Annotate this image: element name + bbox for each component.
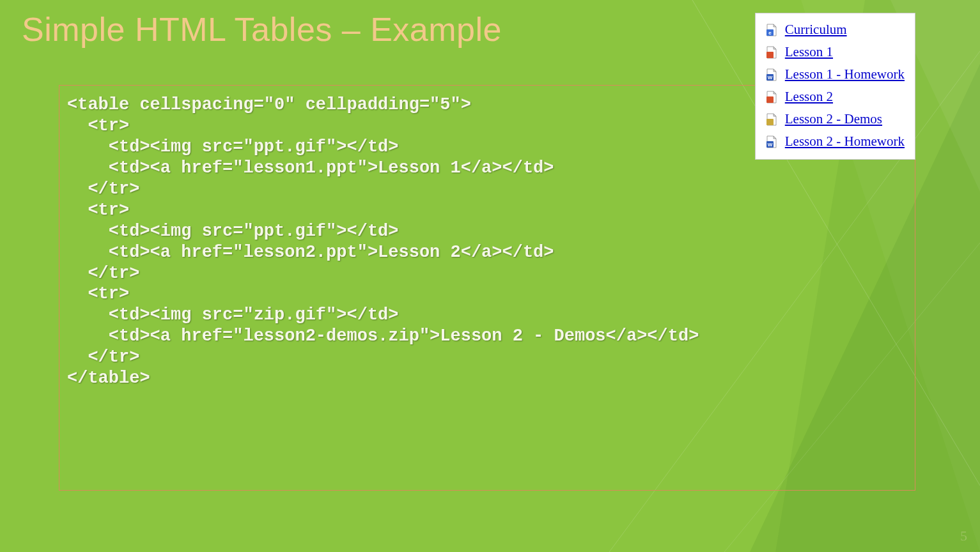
file-link-cell: Lesson 2 bbox=[781, 86, 908, 108]
table-row: Lesson 2 bbox=[762, 86, 908, 108]
svg-text:W: W bbox=[768, 142, 773, 148]
file-link[interactable]: Lesson 2 - Homework bbox=[785, 134, 905, 149]
svg-rect-13 bbox=[766, 119, 774, 125]
table-row: Lesson 2 - Demos bbox=[762, 108, 908, 130]
file-link-cell: Lesson 2 - Demos bbox=[781, 108, 908, 130]
file-link-cell: Curriculum bbox=[781, 19, 908, 41]
word-icon: W bbox=[762, 130, 781, 153]
page-number: 5 bbox=[960, 528, 967, 544]
rendered-output-box: e Curriculum Lesson 1 W Lesson 1 - Homew… bbox=[755, 13, 915, 160]
slide-title: Simple HTML Tables – Example bbox=[22, 10, 502, 49]
table-row: Lesson 1 bbox=[762, 41, 908, 63]
file-link[interactable]: Curriculum bbox=[785, 22, 847, 37]
file-link-cell: Lesson 2 - Homework bbox=[781, 130, 908, 153]
word-icon: W bbox=[762, 63, 781, 86]
svg-rect-12 bbox=[766, 96, 774, 103]
file-link[interactable]: Lesson 2 bbox=[785, 89, 833, 104]
file-link-cell: Lesson 1 bbox=[781, 41, 908, 63]
zip-icon bbox=[762, 108, 781, 130]
file-link[interactable]: Lesson 1 - Homework bbox=[785, 66, 905, 82]
table-row: e Curriculum bbox=[762, 19, 908, 41]
file-link[interactable]: Lesson 1 bbox=[785, 44, 833, 59]
rendered-table: e Curriculum Lesson 1 W Lesson 1 - Homew… bbox=[762, 19, 908, 153]
file-link-cell: Lesson 1 - Homework bbox=[781, 63, 908, 86]
ie-icon: e bbox=[762, 19, 781, 41]
ppt-icon bbox=[762, 86, 781, 108]
table-row: W Lesson 1 - Homework bbox=[762, 63, 908, 86]
svg-text:W: W bbox=[768, 75, 773, 80]
file-link[interactable]: Lesson 2 - Demos bbox=[785, 111, 882, 126]
svg-text:e: e bbox=[768, 30, 772, 36]
ppt-icon bbox=[762, 41, 781, 63]
table-row: W Lesson 2 - Homework bbox=[762, 130, 908, 153]
svg-rect-9 bbox=[766, 52, 774, 58]
